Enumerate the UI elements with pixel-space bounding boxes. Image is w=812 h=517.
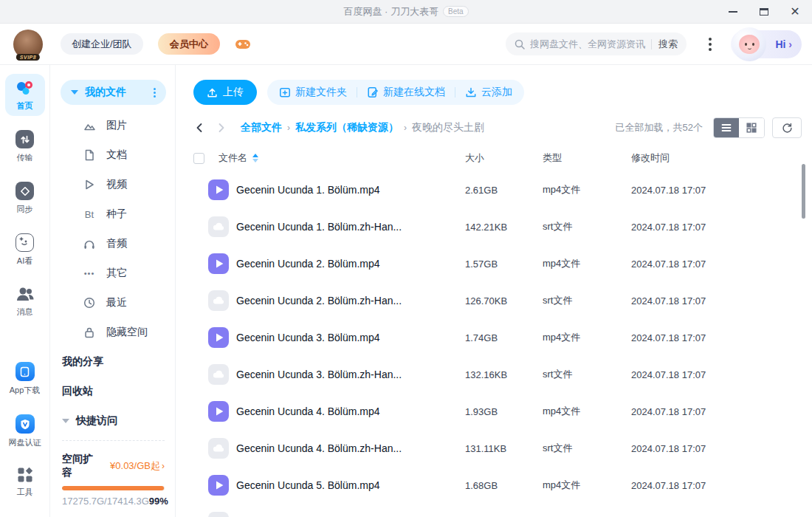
search-box[interactable]: 搜索 <box>506 32 687 55</box>
image-icon <box>83 120 96 131</box>
profile-avatar <box>732 27 766 61</box>
breadcrumb-all-files[interactable]: 全部文件 <box>241 121 282 134</box>
app-download-icon <box>16 362 35 381</box>
file-size: 132.16KB <box>465 369 543 380</box>
rail-item-messages[interactable]: 消息 <box>5 280 45 322</box>
file-type-icon <box>208 438 229 459</box>
storage-price[interactable]: ¥0.03/GB起 <box>110 459 160 473</box>
file-row[interactable]: Gecenin Ucunda 3. Bölüm.zh-Han... 132.16… <box>176 356 812 393</box>
sidebar-item-images[interactable]: 图片 <box>61 111 166 140</box>
file-type-icon <box>208 216 229 237</box>
sidebar-item-torrents[interactable]: Bt 种子 <box>61 199 166 229</box>
file-mtime: 2024.07.18 17:07 <box>631 369 812 380</box>
new-folder-button[interactable]: 新建文件夹 <box>279 86 347 99</box>
expand-storage-label[interactable]: 空间扩容 <box>62 453 101 479</box>
play-icon <box>208 179 229 200</box>
file-type-icon <box>208 475 229 496</box>
file-row[interactable]: Gecenin Ucunda 2. Bölüm.zh-Han... 126.70… <box>176 282 812 319</box>
file-type-icon <box>208 327 229 348</box>
search-icon <box>515 39 525 49</box>
file-list: Gecenin Ucunda 1. Bölüm.mp4 2.61GB mp4文件… <box>176 171 812 517</box>
game-center-icon[interactable] <box>235 38 251 51</box>
sidebar-item-others[interactable]: ••• 其它 <box>61 258 166 288</box>
category-label: 音频 <box>106 237 127 250</box>
avatar[interactable]: SVIP8 <box>13 30 43 59</box>
sidebar-item-recent[interactable]: 最近 <box>61 288 166 318</box>
file-row[interactable]: Gecenin Ucunda 1. Bölüm.mp4 2.61GB mp4文件… <box>176 171 812 208</box>
profile-pill[interactable]: Hi › <box>731 30 802 58</box>
sidebar-item-documents[interactable]: 文档 <box>61 140 166 170</box>
breadcrumb-separator: › <box>287 123 290 133</box>
file-type: srt文件 <box>543 368 631 381</box>
member-center-button[interactable]: 会员中心 <box>158 33 220 55</box>
baidu-netdisk-window: 百度网盘 · 刀刀大表哥 Beta ✕ SVIP8 创建企业/团队 会员中心 搜… <box>0 0 812 517</box>
play-icon <box>208 475 229 496</box>
category-label: 种子 <box>106 208 127 221</box>
select-all-checkbox[interactable] <box>193 153 204 164</box>
more-menu-button[interactable] <box>706 35 715 54</box>
close-button[interactable]: ✕ <box>790 7 800 17</box>
my-files-menu-icon[interactable] <box>152 86 157 99</box>
create-team-button[interactable]: 创建企业/团队 <box>61 33 143 55</box>
play-icon <box>208 401 229 422</box>
file-mtime: 2024.07.18 17:07 <box>631 443 812 454</box>
sidebar-item-audio[interactable]: 音频 <box>61 229 166 258</box>
column-header-mtime[interactable]: 修改时间 <box>631 151 812 165</box>
file-row[interactable]: Gecenin Ucunda 3. Bölüm.mp4 1.74GB mp4文件… <box>176 319 812 356</box>
search-input[interactable] <box>530 38 648 49</box>
column-header-size[interactable]: 大小 <box>465 151 543 165</box>
upload-button[interactable]: 上传 <box>193 80 257 105</box>
column-header-name[interactable]: 文件名 <box>219 151 247 165</box>
file-row[interactable] <box>176 504 812 517</box>
back-button[interactable] <box>193 121 205 134</box>
svip-badge: SVIP8 <box>16 54 40 61</box>
rail-item-transfer[interactable]: 传输 <box>5 125 45 168</box>
sidebar: 我的文件 图片 文档 视频 Bt 种子 <box>50 65 176 517</box>
rail-label: App下载 <box>10 385 41 396</box>
sidebar-item-my-files[interactable]: 我的文件 <box>61 80 166 105</box>
sidebar-item-recycle-bin[interactable]: 回收站 <box>61 377 166 406</box>
breadcrumb-folder[interactable]: 私发系列（稀缺资源） <box>295 121 399 134</box>
scrollbar-thumb[interactable] <box>802 164 805 219</box>
file-row[interactable]: Gecenin Ucunda 4. Bölüm.mp4 1.93GB mp4文件… <box>176 393 812 430</box>
cloud-add-button[interactable]: 云添加 <box>465 86 512 99</box>
file-mtime: 2024.07.18 17:07 <box>631 222 812 233</box>
rail-item-home[interactable]: 首页 <box>5 74 45 116</box>
file-type: mp4文件 <box>543 183 631 196</box>
rail-label: 同步 <box>17 204 33 215</box>
file-row[interactable]: Gecenin Ucunda 1. Bölüm.zh-Han... 142.21… <box>176 208 812 245</box>
search-button[interactable]: 搜索 <box>658 38 678 51</box>
file-size: 1.68GB <box>465 480 543 491</box>
cloud-add-icon <box>465 86 477 98</box>
load-status-text: 已全部加载，共52个 <box>616 121 703 134</box>
file-row[interactable]: Gecenin Ucunda 4. Bölüm.zh-Han... 131.11… <box>176 430 812 467</box>
sidebar-item-my-shares[interactable]: 我的分享 <box>61 347 166 377</box>
refresh-button[interactable] <box>772 117 802 138</box>
rail-item-verify[interactable]: 网盘认证 <box>5 409 45 453</box>
file-type-icon <box>208 253 229 274</box>
sidebar-item-videos[interactable]: 视频 <box>61 170 166 199</box>
rail-item-tools[interactable]: 工具 <box>5 462 45 502</box>
grid-view-icon <box>746 123 757 133</box>
sort-icon[interactable] <box>252 154 258 162</box>
rail-label: AI看 <box>17 256 32 267</box>
rail-item-ai-view[interactable]: AI看 <box>5 228 45 271</box>
sidebar-item-hidden-space[interactable]: 隐藏空间 <box>61 318 166 347</box>
rail-item-app-download[interactable]: App下载 <box>5 357 45 400</box>
grid-view-button[interactable] <box>739 118 764 137</box>
file-row[interactable]: Gecenin Ucunda 5. Bölüm.mp4 1.68GB mp4文件… <box>176 467 812 504</box>
rail-item-sync[interactable]: 同步 <box>5 177 45 219</box>
file-row[interactable]: Gecenin Ucunda 2. Bölüm.mp4 1.57GB mp4文件… <box>176 245 812 282</box>
minimize-button[interactable] <box>728 7 738 17</box>
file-type-icon <box>208 364 229 385</box>
file-name: Gecenin Ucunda 2. Bölüm.mp4 <box>236 258 380 270</box>
list-view-button[interactable] <box>714 118 739 137</box>
column-header-type[interactable]: 类型 <box>543 151 631 165</box>
maximize-button[interactable] <box>759 7 769 17</box>
file-name: Gecenin Ucunda 5. Bölüm.mp4 <box>236 479 380 491</box>
new-online-doc-button[interactable]: 新建在线文档 <box>367 86 445 99</box>
sidebar-item-quick-access[interactable]: 快捷访问 <box>61 406 166 436</box>
titlebar: 百度网盘 · 刀刀大表哥 Beta ✕ <box>0 0 812 24</box>
forward-button[interactable] <box>216 121 227 134</box>
file-name: Gecenin Ucunda 3. Bölüm.zh-Han... <box>236 369 402 380</box>
